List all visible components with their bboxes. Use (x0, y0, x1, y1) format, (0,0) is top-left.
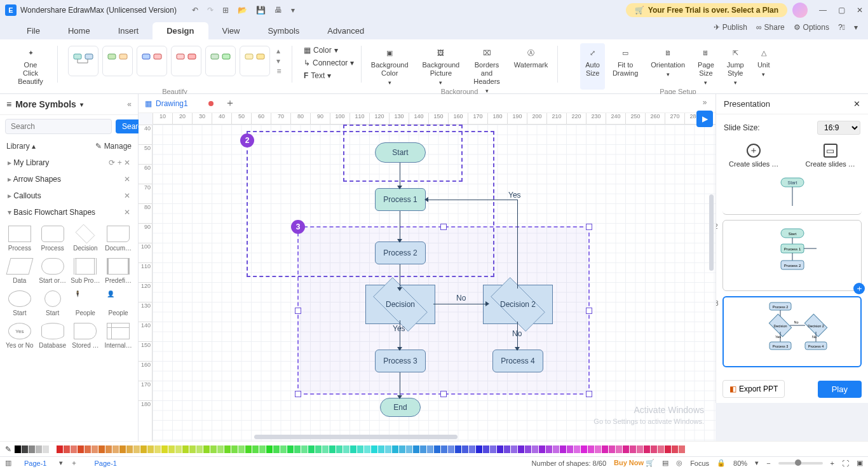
color-swatch[interactable] (92, 445, 98, 453)
color-swatch[interactable] (266, 445, 273, 453)
color-swatch[interactable] (140, 445, 147, 453)
color-swatch[interactable] (161, 445, 168, 453)
color-swatch[interactable] (112, 445, 119, 453)
color-swatch[interactable] (616, 445, 622, 453)
color-swatch[interactable] (280, 445, 287, 453)
help-icon[interactable]: ?⃝ (838, 23, 845, 32)
color-swatch[interactable] (469, 445, 475, 453)
add-page-icon[interactable]: ＋ (71, 458, 78, 468)
shape-internal[interactable]: Internal… (102, 320, 134, 351)
color-swatch[interactable] (98, 445, 105, 453)
color-swatch[interactable] (553, 445, 559, 453)
color-swatch[interactable] (64, 445, 70, 453)
color-swatch[interactable] (350, 445, 356, 453)
color-swatch[interactable] (175, 445, 182, 453)
color-swatch[interactable] (665, 445, 671, 453)
shape-stored[interactable]: Stored … (70, 320, 102, 351)
open-icon[interactable]: 📂 (238, 6, 247, 15)
shape-data[interactable]: Data (4, 255, 36, 287)
color-swatch[interactable] (434, 445, 440, 453)
canvas[interactable]: 2 3 Start Process 1 Process 2 Decision D… (153, 125, 715, 441)
trial-banner[interactable]: 🛒Your Free Trial is over. Select a Plan (626, 3, 787, 17)
theme-6[interactable] (240, 46, 270, 76)
connector-dropdown[interactable]: ↳Connector▾ (301, 57, 356, 69)
color-swatch[interactable] (43, 445, 49, 453)
node-decision2[interactable]: Decision 2 (483, 285, 553, 324)
theme-more-icon[interactable]: ≡ (276, 67, 281, 76)
more-symbols-header[interactable]: ≡More Symbols▾ (6, 99, 127, 109)
color-swatch[interactable] (595, 445, 601, 453)
color-swatch[interactable] (119, 445, 126, 453)
search-input[interactable] (5, 119, 112, 134)
theme-5[interactable] (205, 46, 236, 76)
close-panel-icon[interactable]: ✕ (853, 99, 860, 109)
color-swatch[interactable] (203, 445, 210, 453)
shape-subprocess[interactable]: Sub Pro… (70, 255, 102, 287)
page-size-button[interactable]: 🗏Page Size▾ (693, 43, 719, 90)
h-scrollbar[interactable] (254, 435, 458, 439)
shape-process2[interactable]: Process (37, 223, 69, 254)
menu-advanced[interactable]: Advanced (313, 22, 378, 39)
play-button[interactable]: Play (818, 381, 862, 398)
color-swatch[interactable] (539, 445, 545, 453)
node-process3[interactable]: Process 3 (375, 350, 426, 372)
color-dropdown[interactable]: ▦Color▾ (301, 44, 356, 56)
color-swatch[interactable] (637, 445, 643, 453)
color-swatch[interactable] (504, 445, 510, 453)
expand-right-icon[interactable]: » (703, 98, 707, 107)
shape-people1[interactable]: 🕴People (70, 288, 102, 319)
watermark-button[interactable]: ⒶWatermark (509, 43, 553, 98)
undo-icon[interactable]: ↶ (192, 6, 198, 15)
color-swatch[interactable] (672, 445, 678, 453)
color-swatch[interactable] (630, 445, 636, 453)
options-button[interactable]: ⚙Options (794, 23, 829, 32)
color-swatch[interactable] (287, 445, 294, 453)
export-ppt-button[interactable]: ◧Export PPT (722, 380, 785, 398)
minimize-button[interactable]: — (819, 6, 827, 15)
add-tab-button[interactable]: ＋ (225, 97, 235, 110)
color-swatch[interactable] (420, 445, 426, 453)
color-swatch[interactable] (651, 445, 657, 453)
node-process1[interactable]: Process 1 (375, 188, 426, 211)
slide-3[interactable]: 3 Process 2 Decision No Decision 2 Yes N… (722, 296, 862, 367)
color-swatch[interactable] (483, 445, 489, 453)
create-slides-auto[interactable]: ＋Create slides … (729, 144, 778, 168)
color-swatch[interactable] (50, 445, 56, 453)
shape-yesno[interactable]: YesYes or No (4, 320, 36, 351)
focus-icon[interactable]: ◎ (676, 459, 682, 467)
shape-database[interactable]: Database (37, 320, 69, 351)
color-swatch[interactable] (308, 445, 315, 453)
color-swatch[interactable] (609, 445, 615, 453)
cat-basic-flowchart[interactable]: ▾ Basic Flowchart Shapes✕ (0, 204, 138, 221)
zoom-in-button[interactable]: + (831, 459, 834, 467)
menu-view[interactable]: View (208, 22, 254, 39)
avatar[interactable] (792, 3, 808, 18)
menu-insert[interactable]: Insert (104, 22, 153, 39)
fullscreen-icon[interactable]: ▣ (857, 459, 863, 467)
add-slide-icon[interactable]: ＋ (853, 283, 865, 294)
color-swatch[interactable] (378, 445, 384, 453)
color-swatch[interactable] (427, 445, 433, 453)
color-swatch[interactable] (357, 445, 363, 453)
menu-design[interactable]: Design (153, 22, 208, 39)
color-swatch[interactable] (560, 445, 566, 453)
pages-icon[interactable]: ▥ (5, 459, 11, 467)
create-slides-manual[interactable]: ▭Create slides … (806, 144, 855, 168)
menu-symbols[interactable]: Symbols (254, 22, 313, 39)
color-swatch[interactable] (364, 445, 370, 453)
color-swatch[interactable] (301, 445, 308, 453)
color-swatch[interactable] (238, 445, 245, 453)
color-swatch[interactable] (588, 445, 594, 453)
color-swatch[interactable] (574, 445, 580, 453)
color-swatch[interactable] (343, 445, 349, 453)
fit-to-drawing-button[interactable]: ▭Fit to Drawing (607, 43, 643, 90)
color-swatch[interactable] (259, 445, 266, 453)
color-swatch[interactable] (518, 445, 524, 453)
color-swatch[interactable] (154, 445, 161, 453)
color-swatch[interactable] (532, 445, 538, 453)
save-icon[interactable]: 💾 (256, 6, 266, 15)
collapse-left-icon[interactable]: « (127, 100, 132, 109)
slide-size-select[interactable]: 16:9 (817, 121, 860, 135)
presentation-mode-icon[interactable]: ▶ (696, 111, 713, 127)
color-swatch[interactable] (189, 445, 196, 453)
